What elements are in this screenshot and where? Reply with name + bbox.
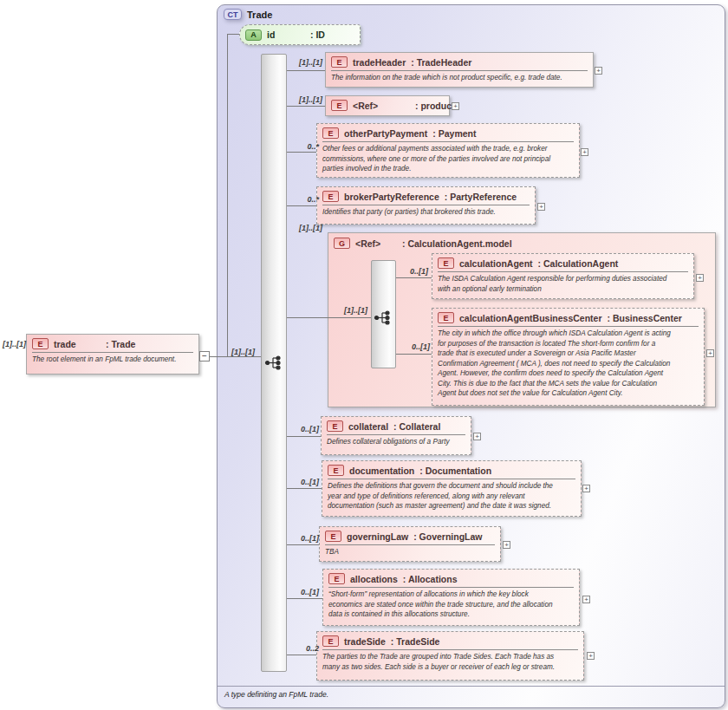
- element-type: : Trade: [106, 339, 135, 349]
- element-brokerPartyReference[interactable]: E brokerPartyReference : PartyReference …: [316, 186, 536, 225]
- element-name: allocations: [350, 574, 398, 584]
- occurs-label: 0..[1]: [404, 267, 428, 276]
- element-annotation: Defines the definitions that govern the …: [322, 479, 581, 513]
- element-type: : TradeHeader: [411, 57, 471, 68]
- complex-type-title: Trade: [247, 10, 272, 20]
- connector-line: [287, 317, 371, 318]
- element-annotation: Other fees or additional payments associ…: [317, 142, 579, 176]
- connector-line: [396, 277, 432, 278]
- connector-line: [287, 598, 322, 599]
- occurs-label-root: [1]..[1]: [2, 340, 26, 348]
- element-type: : Allocations: [403, 574, 458, 584]
- complex-type-header: CT Trade: [224, 9, 272, 20]
- occurs-label: 0..[1]: [406, 342, 430, 351]
- element-name: collateral: [348, 421, 388, 432]
- element-type: : GoverningLaw: [413, 531, 482, 542]
- element-type: : Documentation: [419, 466, 491, 476]
- element-calculationAgentBusinessCenter[interactable]: E calculationAgentBusinessCenter : Busin…: [432, 308, 705, 406]
- complex-type-annotation: A type definiting an FpML trade.: [218, 686, 725, 707]
- expand-button[interactable]: +: [706, 349, 714, 357]
- occurs-label: 0..*: [295, 195, 319, 204]
- element-name: tradeSide: [344, 636, 386, 647]
- element-annotation: The information on the trade which is no…: [326, 71, 593, 85]
- expand-button[interactable]: +: [473, 433, 481, 440]
- element-annotation: TBA: [320, 545, 500, 559]
- element-tradeHeader[interactable]: E tradeHeader : TradeHeader The informat…: [325, 52, 594, 88]
- occurs-label-group-sequence: [1]..[1]: [341, 306, 367, 315]
- connector-line: [396, 354, 432, 355]
- group-name: <Ref>: [355, 238, 397, 249]
- element-icon: E: [331, 100, 348, 111]
- group-icon: G: [334, 238, 350, 249]
- connector-line: [287, 488, 322, 489]
- expand-button[interactable]: +: [582, 596, 590, 603]
- element-annotation: The ISDA Calculation Agent responsible f…: [432, 272, 693, 296]
- expand-button[interactable]: +: [587, 652, 595, 660]
- element-type: : CalculationAgent: [538, 258, 619, 269]
- expand-button[interactable]: +: [452, 102, 459, 110]
- connector-line: [287, 152, 316, 153]
- element-calculationAgent[interactable]: E calculationAgent : CalculationAgent Th…: [432, 253, 694, 299]
- element-annotation: Identifies that party (or parties) that …: [317, 205, 535, 219]
- expand-button[interactable]: +: [582, 485, 590, 492]
- element-annotation: Defines collateral obligations of a Part…: [322, 435, 471, 449]
- connector-line: [227, 34, 239, 35]
- element-name: documentation: [349, 466, 414, 476]
- element-name: governingLaw: [347, 531, 408, 542]
- connector-line: [287, 106, 325, 107]
- attribute-id[interactable]: A id : ID: [239, 24, 361, 45]
- element-allocations[interactable]: E allocations : Allocations “Short-form”…: [322, 569, 580, 626]
- connector-line: [287, 655, 316, 655]
- element-product-ref[interactable]: E <Ref> : product: [325, 95, 450, 116]
- element-governingLaw[interactable]: E governingLaw : GoverningLaw TBA: [319, 526, 501, 562]
- element-icon: E: [322, 191, 339, 202]
- element-documentation[interactable]: E documentation : Documentation Defines …: [322, 460, 582, 517]
- element-type: : TradeSide: [391, 636, 440, 647]
- connector-line: [287, 70, 325, 71]
- expand-button[interactable]: +: [537, 203, 545, 211]
- element-otherPartyPayment[interactable]: E otherPartyPayment : Payment Other fees…: [316, 123, 580, 178]
- occurs-label: [1]..[1]: [296, 95, 322, 104]
- occurs-label: 0..2: [296, 644, 319, 653]
- connector-line: [287, 436, 321, 437]
- element-annotation: “Short-form” representation of allocatio…: [323, 588, 579, 622]
- element-icon: E: [322, 127, 339, 139]
- element-annotation: The parties to the Trade are grouped int…: [317, 650, 583, 674]
- element-type: : Payment: [432, 128, 476, 139]
- occurs-label: 0..*: [295, 142, 319, 151]
- element-name: calculationAgent: [459, 258, 533, 269]
- element-name: calculationAgentBusinessCenter: [459, 313, 602, 323]
- sequence-icon: [264, 355, 285, 370]
- complex-type-icon: CT: [224, 9, 242, 20]
- expand-button[interactable]: +: [581, 148, 588, 156]
- element-name: brokerPartyReference: [344, 192, 439, 202]
- expand-button[interactable]: +: [503, 541, 510, 549]
- element-collateral[interactable]: E collateral : Collateral Defines collat…: [321, 416, 471, 455]
- element-name: otherPartyPayment: [344, 128, 427, 139]
- connector-line: [287, 544, 319, 545]
- element-icon: E: [438, 312, 454, 323]
- element-icon: E: [328, 465, 344, 476]
- element-annotation: The root element in an FpML trade docume…: [27, 353, 198, 367]
- element-icon: E: [327, 420, 343, 432]
- schema-diagram: CT Trade A type definiting an FpML trade…: [0, 0, 728, 710]
- element-tradeSide[interactable]: E tradeSide : TradeSide The parties to t…: [316, 631, 584, 681]
- element-type: : BusinessCenter: [608, 313, 682, 323]
- occurs-label: [1]..[1]: [296, 58, 322, 67]
- attribute-type: : ID: [310, 29, 325, 40]
- element-trade[interactable]: E trade : Trade The root element in an F…: [26, 334, 199, 375]
- collapse-button[interactable]: −: [199, 351, 210, 362]
- element-type: : Collateral: [393, 421, 440, 432]
- expand-button[interactable]: +: [595, 67, 602, 75]
- element-icon: E: [325, 531, 341, 542]
- expand-button[interactable]: +: [696, 274, 704, 282]
- occurs-label-sequence: [1]..[1]: [229, 348, 255, 356]
- element-name: trade: [54, 339, 101, 349]
- connector-line: [207, 356, 261, 357]
- element-icon: E: [328, 573, 345, 584]
- attribute-icon: A: [245, 29, 262, 41]
- sequence-icon: [374, 310, 394, 325]
- element-icon: E: [331, 56, 348, 68]
- occurs-label: 0..[1]: [295, 534, 319, 543]
- element-type: : product: [415, 101, 455, 111]
